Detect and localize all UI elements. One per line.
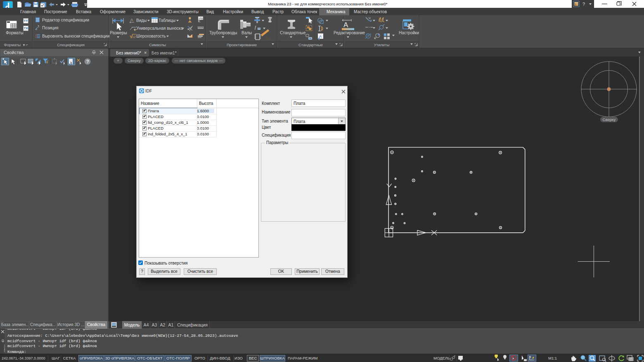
svg-text:12: 12	[132, 35, 135, 38]
svg-text:f: f	[255, 25, 256, 30]
svg-text:?: ?	[86, 59, 89, 64]
svg-text:Сверху: Сверху	[603, 117, 616, 122]
svg-text:?: ?	[582, 2, 585, 7]
svg-text:1: 1	[38, 24, 40, 28]
svg-text:1T0: 1T0	[199, 17, 203, 20]
svg-text:A: A	[130, 18, 133, 22]
svg-text:A: A	[343, 21, 348, 29]
svg-text:Кома: Кома	[3, 345, 5, 353]
